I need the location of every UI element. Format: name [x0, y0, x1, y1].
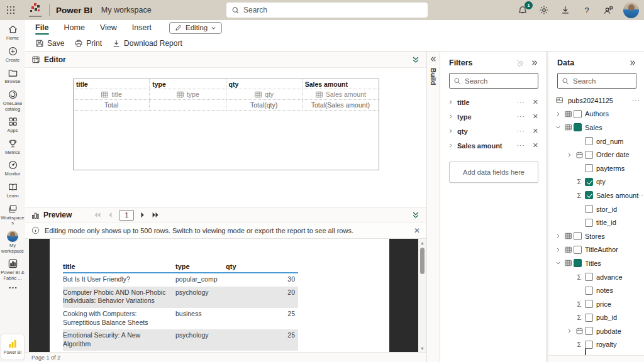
- scroll-down-icon[interactable]: ▼: [418, 344, 426, 352]
- download-icon[interactable]: [559, 4, 572, 16]
- sidebar-item-power-bi-fabric[interactable]: Power BI & Fabric ...: [1, 258, 25, 281]
- sidebar-item-browse[interactable]: Browse: [1, 67, 25, 85]
- tree-item-authors[interactable]: Authors: [548, 107, 644, 121]
- filter-more-options-icon[interactable]: ···: [517, 142, 525, 149]
- sidebar-item-workspaces[interactable]: Workspaces: [1, 204, 25, 226]
- help-icon[interactable]: ?: [580, 4, 593, 16]
- tree-item-qty[interactable]: Σ qty: [548, 175, 644, 189]
- filter-more-options-icon[interactable]: ···: [517, 99, 525, 106]
- sidebar-item-item[interactable]: [1, 285, 25, 290]
- field-checkbox-unchecked[interactable]: [585, 137, 593, 145]
- field-checkbox-unchecked[interactable]: [585, 273, 593, 281]
- add-data-fields-dropzone[interactable]: Add data fields here: [449, 162, 538, 183]
- tree-item-notes[interactable]: notes: [548, 283, 644, 297]
- sidebar-item-onelake-catalog[interactable]: OneLake catalog: [1, 89, 25, 112]
- editor-table-object[interactable]: titletypeqtySales amount titletypeqtySal…: [73, 79, 379, 170]
- first-page-button[interactable]: [93, 212, 101, 218]
- field-checkbox-partial[interactable]: [574, 123, 582, 131]
- field-checkbox-partial[interactable]: [574, 259, 582, 267]
- remove-filter-icon[interactable]: ✕: [533, 127, 538, 135]
- editor-column-header[interactable]: title: [74, 79, 150, 89]
- filter-more-options-icon[interactable]: ···: [517, 128, 525, 134]
- collapse-filters-pane-icon[interactable]: [531, 59, 538, 67]
- collapse-preview-icon[interactable]: [411, 211, 420, 219]
- field-checkbox-unchecked[interactable]: [585, 341, 593, 349]
- tree-item-royalty[interactable]: Σ royalty: [548, 338, 644, 352]
- tree-item-stores[interactable]: Stores: [548, 229, 644, 243]
- settings-gear-icon[interactable]: [538, 4, 550, 16]
- filters-search-box[interactable]: [449, 73, 538, 89]
- editor-total-cell[interactable]: [150, 100, 226, 111]
- scroll-up-icon[interactable]: ▲: [418, 239, 426, 246]
- collapse-data-pane-icon[interactable]: [629, 59, 636, 67]
- remove-filter-icon[interactable]: ✕: [533, 112, 538, 121]
- field-checkbox-unchecked[interactable]: [574, 110, 582, 118]
- global-search[interactable]: [226, 3, 428, 18]
- field-checkbox-unchecked[interactable]: [574, 246, 582, 254]
- editor-design-surface[interactable]: titletypeqtySales amount titletypeqtySal…: [25, 68, 426, 207]
- tree-item-stor-id[interactable]: stor_id: [548, 202, 644, 216]
- editor-column-header[interactable]: type: [150, 79, 226, 89]
- remove-filter-icon[interactable]: ✕: [533, 141, 538, 150]
- tree-item-pub-id[interactable]: Σ pub_id: [548, 311, 644, 325]
- app-launcher-waffle-icon[interactable]: [0, 0, 21, 20]
- download-report-button[interactable]: Download Report: [112, 39, 182, 48]
- editor-table-body-space[interactable]: [74, 111, 379, 170]
- save-button[interactable]: Save: [35, 39, 64, 48]
- editor-field-cell[interactable]: Sales amount: [303, 89, 379, 100]
- filter-card-qty[interactable]: qty ··· ✕: [440, 124, 546, 138]
- tree-item-order-date[interactable]: Order date: [548, 148, 644, 162]
- field-checkbox-unchecked[interactable]: [585, 205, 593, 213]
- editor-column-header[interactable]: Sales amount: [303, 79, 379, 89]
- data-search-box[interactable]: [557, 73, 636, 89]
- sidebar-item-learn[interactable]: Learn: [1, 182, 25, 199]
- page-number-input[interactable]: [119, 210, 134, 221]
- tree-item-price[interactable]: Σ price: [548, 297, 644, 311]
- field-checkbox-unchecked[interactable]: [585, 151, 593, 159]
- tree-item-title-id[interactable]: title_id: [548, 216, 644, 229]
- field-checkbox-unchecked[interactable]: [585, 287, 593, 295]
- editing-mode-button[interactable]: Editing: [169, 22, 222, 34]
- print-button[interactable]: Print: [74, 39, 102, 48]
- editor-column-header[interactable]: qty: [226, 79, 303, 89]
- editor-field-cell[interactable]: title: [74, 89, 150, 100]
- field-checkbox-checked[interactable]: [585, 191, 593, 199]
- user-avatar[interactable]: [623, 3, 639, 18]
- tree-item-payterms[interactable]: payterms: [548, 162, 644, 175]
- tree-item-sales-amount[interactable]: Σ Sales amount ···: [548, 189, 644, 202]
- global-search-input[interactable]: [243, 6, 423, 14]
- editor-field-cell[interactable]: type: [150, 89, 226, 100]
- menu-tab-view[interactable]: View: [100, 20, 117, 35]
- remove-filter-icon[interactable]: ✕: [533, 98, 538, 106]
- menu-tab-home[interactable]: Home: [64, 20, 85, 35]
- field-checkbox-unchecked[interactable]: [585, 164, 593, 172]
- sidebar-item-power-bi-selected[interactable]: Power BI: [1, 334, 24, 359]
- editor-field-cell[interactable]: qty: [226, 89, 303, 100]
- close-notice-icon[interactable]: ✕: [414, 226, 420, 235]
- preview-vertical-scrollbar[interactable]: ▲ ▼: [418, 239, 426, 352]
- filter-card-title[interactable]: title ··· ✕: [440, 95, 546, 109]
- sidebar-item-monitor[interactable]: Monitor: [1, 160, 25, 177]
- expand-build-pane-icon[interactable]: [430, 55, 437, 63]
- build-tab-label[interactable]: Build: [430, 68, 437, 85]
- clear-filters-eraser-icon[interactable]: [516, 58, 525, 67]
- field-checkbox-unchecked[interactable]: [585, 219, 593, 227]
- item-more-options-icon[interactable]: ···: [632, 97, 640, 104]
- tree-item-advance[interactable]: Σ advance: [548, 270, 644, 284]
- field-checkbox-checked[interactable]: [585, 178, 593, 186]
- tree-item-titles[interactable]: Titles: [548, 256, 644, 270]
- previous-page-button[interactable]: [108, 212, 113, 218]
- filters-search-input[interactable]: [465, 77, 534, 85]
- notifications-bell-icon[interactable]: 1: [516, 4, 529, 16]
- tree-item-sales[interactable]: Sales: [548, 121, 644, 134]
- tree-item-pubdate[interactable]: pubdate: [548, 324, 644, 338]
- scrollbar-thumb[interactable]: [420, 248, 425, 274]
- field-checkbox-unchecked[interactable]: [574, 232, 582, 240]
- feedback-icon[interactable]: [602, 4, 614, 16]
- collapse-editor-icon[interactable]: [411, 55, 420, 64]
- tree-item-pubs20241125[interactable]: pubs20241125 ···: [548, 94, 644, 107]
- editor-total-cell[interactable]: Total: [74, 100, 150, 111]
- filter-more-options-icon[interactable]: ···: [517, 113, 525, 120]
- last-page-button[interactable]: [152, 212, 160, 218]
- workspace-name[interactable]: My workspace: [101, 6, 152, 14]
